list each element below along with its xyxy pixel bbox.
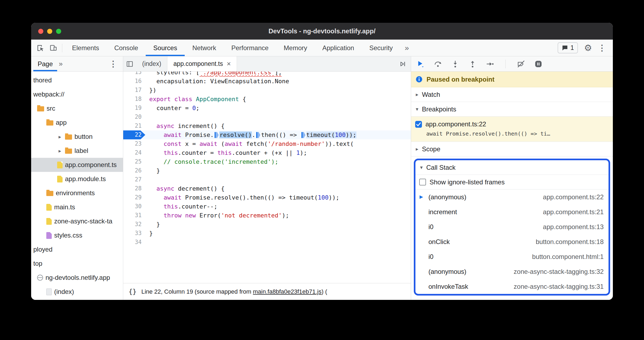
- callstack-frame[interactable]: i0button.component.html:1: [415, 249, 609, 264]
- tree-item-main-fa8bfa0e23f1eb[interactable]: main.fa8bfa0e23f1eb: [31, 299, 123, 300]
- settings-button[interactable]: ⚙: [584, 43, 592, 52]
- open-drawer-button[interactable]: [396, 57, 409, 70]
- code-line[interactable]: }: [146, 220, 160, 229]
- tab-sources[interactable]: Sources: [146, 40, 185, 56]
- main-menu-button[interactable]: ⋮: [598, 44, 606, 52]
- source-map-link[interactable]: main.fa8bfa0e23f1eb71.js: [253, 288, 321, 295]
- more-tabs-button[interactable]: »: [400, 44, 413, 52]
- tab-memory[interactable]: Memory: [276, 40, 315, 56]
- tab-network[interactable]: Network: [185, 40, 224, 56]
- section-watch[interactable]: Watch: [411, 87, 613, 102]
- tree-item-button[interactable]: button: [31, 130, 123, 144]
- section-call-stack[interactable]: Call Stack: [415, 160, 609, 175]
- tree-item-thored[interactable]: thored: [31, 73, 123, 87]
- code-line[interactable]: encapsulation: ViewEncapsulation.None: [146, 77, 289, 86]
- callstack-frame[interactable]: onInvokeTaskzone-async-stack-tagging.ts:…: [415, 279, 609, 294]
- code-line[interactable]: async decrement() {: [146, 184, 225, 193]
- line-number[interactable]: 27: [123, 175, 146, 184]
- code-line[interactable]: await Promise.resolve().then(() => timeo…: [146, 193, 339, 202]
- tree-item-src[interactable]: src: [31, 101, 123, 116]
- tree-item-app-module-ts[interactable]: app.module.ts: [31, 172, 123, 186]
- tree-item-zone-async-stack-ta[interactable]: zone-async-stack-ta: [31, 214, 123, 228]
- line-number[interactable]: 34: [123, 238, 146, 247]
- code-line[interactable]: [146, 238, 149, 247]
- current-line-number[interactable]: 22: [123, 130, 146, 139]
- code-line[interactable]: }: [146, 166, 160, 175]
- zoom-button[interactable]: [56, 29, 61, 34]
- code-line[interactable]: counter = 0;: [146, 104, 199, 113]
- code-line[interactable]: // console.trace('incremented');: [146, 157, 278, 166]
- line-number[interactable]: 24: [123, 148, 146, 157]
- tab-console[interactable]: Console: [107, 40, 146, 56]
- tree-item-ng-devtools-netlify-app[interactable]: ng-devtools.netlify.app: [31, 271, 123, 285]
- code-line[interactable]: export class AppComponent {: [146, 95, 246, 104]
- close-tab-icon[interactable]: ×: [227, 60, 231, 68]
- line-number[interactable]: 18: [123, 95, 146, 104]
- breakpoint-entry[interactable]: app.component.ts:22 await Promise.resolv…: [411, 117, 613, 142]
- deactivate-breakpoints-button[interactable]: [517, 60, 525, 68]
- line-number[interactable]: 17: [123, 86, 146, 95]
- disclosure-triangle-icon[interactable]: [57, 148, 63, 154]
- resume-button[interactable]: [417, 60, 425, 68]
- line-number[interactable]: 32: [123, 220, 146, 229]
- code-line[interactable]: [146, 175, 149, 184]
- section-breakpoints[interactable]: Breakpoints: [411, 102, 613, 117]
- code-line[interactable]: this.counter--;: [146, 202, 217, 211]
- line-number[interactable]: 31: [123, 211, 146, 220]
- frame-location[interactable]: button.component.html:1: [532, 253, 604, 261]
- line-number[interactable]: 29: [123, 193, 146, 202]
- tab-performance[interactable]: Performance: [224, 40, 276, 56]
- line-number[interactable]: 20: [123, 113, 146, 121]
- frame-location[interactable]: app.component.ts:21: [543, 208, 604, 216]
- collapse-navigator-button[interactable]: [123, 57, 136, 70]
- code-line[interactable]: }: [146, 229, 153, 238]
- tab-page[interactable]: Page: [33, 56, 57, 71]
- tab-application[interactable]: Application: [315, 40, 362, 56]
- code-line[interactable]: }): [146, 86, 157, 95]
- frame-location[interactable]: app.component.ts:22: [543, 193, 604, 201]
- ignore-listed-toggle[interactable]: Show ignore-listed frames: [415, 175, 609, 190]
- frame-location[interactable]: app.component.ts:13: [543, 223, 604, 231]
- line-number[interactable]: 28: [123, 184, 146, 193]
- editor-tab-index[interactable]: (index): [136, 56, 167, 71]
- code-line[interactable]: throw new Error('not decremented');: [146, 211, 289, 220]
- tree-item-app-component-ts[interactable]: app.component.ts: [31, 158, 123, 172]
- messages-button[interactable]: 1: [558, 42, 578, 53]
- tree-item-styles-css[interactable]: styles.css: [31, 228, 123, 242]
- callstack-frame[interactable]: onClickbutton.component.ts:18: [415, 234, 609, 249]
- navigator-menu-button[interactable]: ⋮: [109, 60, 121, 68]
- tree-item--index-[interactable]: (index): [31, 285, 123, 299]
- callstack-frame[interactable]: (anonymous)zone-async-stack-tagging.ts:3…: [415, 264, 609, 279]
- pause-on-exceptions-button[interactable]: [534, 60, 542, 68]
- line-number[interactable]: 30: [123, 202, 146, 211]
- callstack-frame[interactable]: (anonymous)app.component.ts:22: [415, 190, 609, 204]
- line-number[interactable]: 26: [123, 166, 146, 175]
- editor-tab-app-component[interactable]: app.component.ts ×: [167, 56, 237, 71]
- code-line[interactable]: async increment() {: [146, 121, 225, 130]
- ignore-listed-checkbox[interactable]: [419, 179, 426, 185]
- step-over-button[interactable]: [434, 60, 442, 68]
- line-number[interactable]: 23: [123, 139, 146, 148]
- code-line[interactable]: const x = await (await fetch('/random-nu…: [146, 139, 354, 148]
- line-number[interactable]: 15: [123, 72, 146, 77]
- tree-item-label[interactable]: label: [31, 144, 123, 158]
- code-line[interactable]: styleUrls: ['./app.component.css'],: [146, 72, 282, 77]
- tree-item-environments[interactable]: environments: [31, 186, 123, 200]
- more-navigator-tabs-button[interactable]: »: [57, 60, 64, 68]
- frame-location[interactable]: button.component.ts:18: [536, 238, 604, 246]
- disclosure-triangle-icon[interactable]: [57, 134, 63, 140]
- line-number[interactable]: 25: [123, 157, 146, 166]
- step-into-button[interactable]: [451, 60, 459, 68]
- line-number[interactable]: 21: [123, 121, 146, 130]
- line-number[interactable]: 19: [123, 104, 146, 113]
- tree-item-ployed[interactable]: ployed: [31, 242, 123, 256]
- device-toolbar-button[interactable]: [47, 41, 60, 54]
- inspect-button[interactable]: [34, 41, 47, 54]
- line-number[interactable]: 16: [123, 77, 146, 86]
- callstack-frame[interactable]: i0app.component.ts:13: [415, 219, 609, 234]
- code-line[interactable]: this.counter = this.counter + (+x || 1);: [146, 148, 307, 157]
- frame-location[interactable]: zone-async-stack-tagging.ts:31: [514, 283, 604, 290]
- code-line[interactable]: [146, 113, 149, 121]
- frame-location[interactable]: zone-async-stack-tagging.ts:32: [514, 268, 604, 275]
- tree-item-app[interactable]: app: [31, 116, 123, 130]
